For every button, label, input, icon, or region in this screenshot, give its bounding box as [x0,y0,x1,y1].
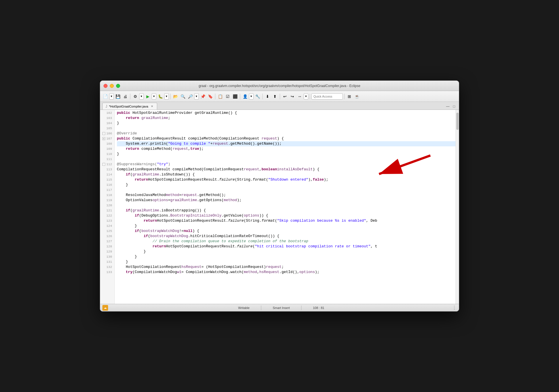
line-num-116: 116 [102,182,112,187]
debug-dropdown[interactable]: ▾ [164,93,169,100]
new-dropdown[interactable]: ▾ [109,93,114,100]
status-sep-2 [301,306,301,310]
code-line-125: if (bootstrapWatchDog != null) { [117,229,455,234]
line-num-123: 123 [102,218,112,223]
java-file-icon: J [106,104,107,108]
code-line-112: @SuppressWarnings("try") [117,162,455,167]
code-line-119: OptionValues options = graalRuntime.getO… [117,198,455,203]
search-dropdown[interactable]: ▾ [194,93,199,100]
line-num-121: 121 [102,208,112,213]
nav-dropdown[interactable]: ▾ [304,93,308,100]
toolbar-sep-2 [170,94,171,99]
insert-mode-status: Smart Insert [273,306,290,310]
code-line-124: } [117,223,455,229]
print-button[interactable]: 🖨 [122,93,129,100]
code-line-109: return compileMethod(request, true); [117,146,455,151]
code-line-128: return HotSpotCompilationRequestResult.f… [117,244,455,249]
code-line-131: } [117,259,455,264]
close-button[interactable] [104,84,108,88]
marker-button[interactable]: 📋 [217,93,224,100]
refresh-button[interactable]: ⚙ [132,93,139,100]
task-button[interactable]: ☑ [224,93,231,100]
nav-next-button[interactable]: ⬆ [272,93,278,100]
console-button[interactable]: ⬛ [232,93,238,100]
code-line-116: } [117,182,455,187]
line-num-118: 118 [102,193,112,198]
tab-label: *HotSpotGraalCompiler.java [109,105,148,108]
debug-button[interactable]: 🐛 [157,93,164,100]
line-num-115: 115 [102,177,112,182]
code-line-118: ResolvedJavaMethod method = request.getM… [117,193,455,198]
open-type-button[interactable]: 📂 [172,93,179,100]
line-num-117: 117 [102,187,112,193]
profile-dropdown[interactable]: ▾ [249,93,254,100]
line-numbers: 102 103 104 105 −106 ▲107 108 109 110 11… [100,110,115,304]
line-num-127: 127 [102,239,112,244]
forward-button[interactable]: ↪ [289,93,296,100]
window-controls [104,84,120,88]
navigate-button[interactable]: 📌 [199,93,206,100]
code-line-103: return graalRuntime; [117,116,455,121]
perspective-button[interactable]: ⊞ [346,93,353,100]
code-line-126: if (bootstrapWatchDog.hitCriticalCompila… [117,234,455,239]
code-area[interactable]: public HotSpotGraalRuntimeProvider getGr… [115,110,455,304]
code-line-129: } [117,249,455,254]
rss-icon[interactable]: ☁ [102,305,108,311]
writable-status: Writable [238,306,250,310]
status-more-button[interactable]: ⋮ [452,305,457,310]
bookmark-button[interactable]: 🔖 [207,93,214,100]
run-dropdown[interactable]: ▾ [152,93,156,100]
external-button[interactable]: 🔧 [254,93,261,100]
fold-106[interactable]: − [102,132,105,135]
java-perspective-button[interactable]: ☕ [353,93,360,100]
profile-button[interactable]: 👤 [242,93,248,100]
code-line-120 [117,203,455,208]
maximize-button[interactable] [116,84,120,88]
toolbar-sep-4 [240,94,240,99]
run-button[interactable]: ▶ [144,93,151,100]
scrollbar-thumb[interactable] [456,113,459,130]
line-num-126: 126 [102,234,112,239]
line-num-132: 132 [102,264,112,270]
line-num-125: 125 [102,229,112,234]
search-button[interactable]: 🔎 [187,93,194,100]
tab-close-button[interactable]: ✕ [150,104,154,108]
quick-access-input[interactable] [311,93,343,100]
line-num-128: 128 [102,244,112,249]
statusbar: ☁ Writable Smart Insert 108 : 81 ⋮ [100,304,459,311]
toolbar-sep-3 [215,94,215,99]
line-num-130: 130 [102,254,112,259]
line-num-109: 109 [102,146,112,151]
refresh-dropdown[interactable]: ▾ [139,93,144,100]
editor-content: 102 103 104 105 −106 ▲107 108 109 110 11… [100,110,459,304]
save-button[interactable]: 💾 [114,93,121,100]
pin-button[interactable]: ↔ [296,93,303,100]
minimize-editor-button[interactable]: — [445,104,450,109]
vertical-scrollbar[interactable] [455,110,459,304]
new-button[interactable]: 📄 [102,93,109,100]
code-line-132: HotSpotCompilationRequest hsRequest = (H… [117,264,455,270]
open-resource-button[interactable]: 🔍 [179,93,186,100]
toolbar-sep-7 [310,94,310,99]
line-num-113: 113 [102,167,112,172]
line-num-112: −112 [102,162,112,167]
titlebar: graal - org.graalvm.compiler.hotspot/src… [100,81,459,91]
maximize-editor-button[interactable]: □ [451,104,457,109]
line-num-106: −106 [102,131,112,136]
toolbar-sep-5 [262,94,263,99]
fold-107[interactable]: ▲ [102,137,105,140]
minimize-button[interactable] [110,84,114,88]
line-num-120: 120 [102,203,112,208]
window-title: graal - org.graalvm.compiler.hotspot/src… [199,84,360,88]
line-num-111: 111 [102,157,112,162]
eclipse-window: graal - org.graalvm.compiler.hotspot/src… [100,80,459,312]
nav-prev-button[interactable]: ⬇ [264,93,271,100]
code-editor[interactable]: 102 103 104 105 −106 ▲107 108 109 110 11… [100,110,459,304]
code-line-105 [117,126,455,131]
status-sep-1 [261,306,261,310]
editor-tab[interactable]: J *HotSpotGraalCompiler.java ✕ [102,103,157,110]
back-button[interactable]: ↩ [281,93,288,100]
code-line-130: } [117,254,455,259]
fold-112[interactable]: − [102,163,105,166]
line-num-119: 119 [102,198,112,203]
